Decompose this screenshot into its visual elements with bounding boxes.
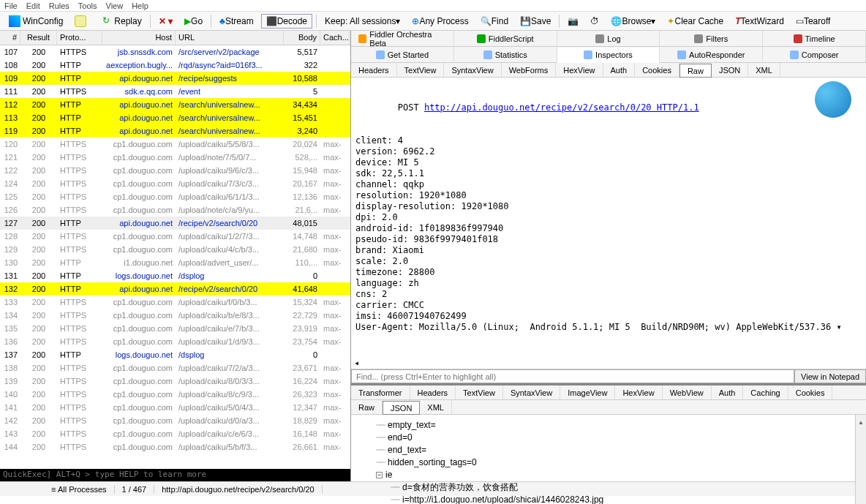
json-node[interactable]: ┈┈i=http://i1.douguo.net/upload/shicai/1… [354, 494, 863, 504]
winconfig-button[interactable]: WinConfig [4, 14, 67, 29]
session-row[interactable]: 142200HTTPScp1.douguo.com/upload/caiku/d… [0, 414, 350, 427]
session-row[interactable]: 133200HTTPScp1.douguo.com/upload/caiku/f… [0, 296, 350, 309]
textwizard-button[interactable]: T TextWizard [731, 15, 788, 28]
session-row[interactable]: 113200HTTPapi.douguo.net/search/universa… [0, 111, 350, 124]
tab-statistics[interactable]: Statistics [454, 47, 557, 62]
session-row[interactable]: 140200HTTPScp1.douguo.com/upload/caiku/8… [0, 388, 350, 401]
session-row[interactable]: 132200HTTPapi.douguo.net/recipe/v2/searc… [0, 282, 350, 296]
replay-button[interactable]: ↻Replay [96, 14, 146, 29]
menu-edit[interactable]: Edit [26, 1, 40, 10]
session-row[interactable]: 125200HTTPScp1.douguo.com/upload/caiku/6… [0, 190, 350, 203]
menu-file[interactable]: File [4, 1, 18, 10]
req-tab-xml[interactable]: XML [748, 63, 780, 77]
menu-help[interactable]: Help [132, 1, 148, 10]
session-row[interactable]: 131200HTTPlogs.douguo.net/dsplog0 [0, 269, 350, 282]
view-notepad-button[interactable]: View in Notepad [794, 369, 866, 383]
resp-tab-transformer[interactable]: Transformer [351, 385, 410, 399]
tearoff-button[interactable]: ▭ Tearoff [791, 15, 835, 28]
req-tab-syntaxview[interactable]: SyntaxView [444, 63, 501, 77]
session-row[interactable]: 139200HTTPScp1.douguo.com/upload/caiku/8… [0, 375, 350, 388]
req-tab-raw[interactable]: Raw [679, 64, 712, 78]
timer-button[interactable]: ⏱ [586, 15, 603, 28]
tab-autoresponder[interactable]: AutoResponder [660, 47, 763, 62]
session-row[interactable]: 119200HTTPapi.douguo.net/search/universa… [0, 124, 350, 138]
remove-button[interactable]: ✕ ▾ [154, 15, 177, 28]
tab-log[interactable]: Log [557, 31, 660, 46]
req-tab-textview[interactable]: TextView [397, 63, 445, 77]
session-row[interactable]: 130200HTTPi1.douguo.net/upload/advert_us… [0, 256, 350, 269]
menu-view[interactable]: View [106, 1, 124, 10]
resp-subtab-json[interactable]: JSON [383, 401, 420, 415]
resp-tab-webview[interactable]: WebView [663, 385, 712, 399]
tab-fiddler-orchestra-beta[interactable]: Fiddler Orchestra Beta [351, 31, 454, 46]
session-row[interactable]: 138200HTTPScp1.douguo.com/upload/caiku/7… [0, 361, 350, 375]
session-row[interactable]: 124200HTTPScp1.douguo.com/upload/caiku/7… [0, 177, 350, 190]
req-tab-cookies[interactable]: Cookies [635, 63, 679, 77]
find-button[interactable]: 🔍 Find [476, 15, 513, 28]
keep-dropdown[interactable]: Keep: All sessions ▾ [320, 15, 404, 28]
json-tree-view[interactable]: ┈┈empty_text=┈┈end=0┈┈end_text=┈┈hidden_… [351, 415, 866, 504]
session-row[interactable]: 122200HTTPScp1.douguo.com/upload/caiku/9… [0, 164, 350, 177]
session-row[interactable]: 136200HTTPScp1.douguo.com/upload/caiku/1… [0, 335, 350, 348]
session-row[interactable]: 126200HTTPScp1.douguo.com/upload/note/c/… [0, 203, 350, 217]
tab-composer[interactable]: Composer [763, 47, 866, 62]
session-row[interactable]: 141200HTTPScp1.douguo.com/upload/caiku/5… [0, 401, 350, 414]
resp-tab-syntaxview[interactable]: SyntaxView [503, 385, 560, 399]
req-tab-headers[interactable]: Headers [351, 63, 397, 77]
tab-get-started[interactable]: Get Started [351, 47, 454, 62]
resp-tab-hexview[interactable]: HexView [615, 385, 662, 399]
json-node[interactable]: ┈┈hidden_sorting_tags=0 [354, 456, 863, 469]
json-node[interactable]: ┈┈d=食材的营养功效，饮食搭配 [354, 481, 863, 494]
session-grid[interactable]: 107200HTTPSjsb.snssdk.com/src/server/v2/… [0, 45, 350, 469]
tab-timeline[interactable]: Timeline [763, 31, 866, 46]
json-node[interactable]: ┈┈empty_text= [354, 419, 863, 432]
resp-tab-imageview[interactable]: ImageView [560, 385, 615, 399]
menu-rules[interactable]: Rules [49, 1, 69, 10]
json-node[interactable]: ┈┈end_text= [354, 444, 863, 456]
quickexec-bar[interactable]: QuickExec] ALT+Q > type HELP to learn mo… [0, 469, 350, 481]
json-node[interactable]: −ie [354, 469, 863, 481]
session-row[interactable]: 120200HTTPScp1.douguo.com/upload/caiku/5… [0, 138, 350, 151]
tab-inspectors[interactable]: Inspectors [557, 48, 660, 63]
resp-tab-textview[interactable]: TextView [456, 385, 503, 399]
decode-button[interactable]: ⬛ Decode [261, 14, 312, 29]
request-raw-view[interactable]: POST http://api.douguo.net/recipe/v2/sea… [351, 78, 866, 369]
browse-button[interactable]: 🌐 Browse ▾ [606, 15, 660, 28]
session-row[interactable]: 144200HTTPScp1.douguo.com/upload/caiku/5… [0, 440, 350, 454]
comment-button[interactable] [70, 14, 93, 29]
session-row[interactable]: 129200HTTPScp1.douguo.com/upload/caiku/4… [0, 243, 350, 256]
clearcache-button[interactable]: ✦ Clear Cache [663, 15, 728, 28]
req-tab-auth[interactable]: Auth [603, 63, 636, 77]
json-node[interactable]: ┈┈end=0 [354, 432, 863, 444]
stream-button[interactable]: ♣ Stream [215, 15, 258, 28]
go-button[interactable]: ▶ Go [180, 15, 207, 28]
session-row[interactable]: 128200HTTPScp1.douguo.com/upload/caiku/1… [0, 230, 350, 243]
scrollbar-vertical[interactable] [855, 415, 866, 504]
req-tab-hexview[interactable]: HexView [556, 63, 603, 77]
raw-url-link[interactable]: http://api.douguo.net/recipe/v2/search/0… [424, 102, 699, 113]
resp-subtab-raw[interactable]: Raw [351, 400, 383, 414]
save-button[interactable]: 💾 Save [516, 15, 555, 28]
tab-filters[interactable]: Filters [660, 31, 763, 46]
session-row[interactable]: 135200HTTPScp1.douguo.com/upload/caiku/e… [0, 322, 350, 335]
session-row[interactable]: 134200HTTPScp1.douguo.com/upload/caiku/b… [0, 309, 350, 322]
session-row[interactable]: 127200HTTPapi.douguo.net/recipe/v2/searc… [0, 217, 350, 230]
req-tab-webforms[interactable]: WebForms [502, 63, 557, 77]
screenshot-button[interactable]: 📷 [563, 15, 583, 28]
resp-tab-cookies[interactable]: Cookies [788, 385, 833, 399]
tab-fiddlerscript[interactable]: FiddlerScript [454, 31, 557, 46]
session-row[interactable]: 121200HTTPScp1.douguo.com/upload/note/7/… [0, 151, 350, 164]
session-row[interactable]: 137200HTTPlogs.douguo.net/dsplog0 [0, 348, 350, 361]
resp-tab-auth[interactable]: Auth [712, 385, 744, 399]
session-row[interactable]: 107200HTTPSjsb.snssdk.com/src/server/v2/… [0, 45, 350, 59]
menu-tools[interactable]: Tools [78, 1, 97, 10]
session-row[interactable]: 143200HTTPScp1.douguo.com/upload/caiku/c… [0, 427, 350, 440]
anyprocess-button[interactable]: ⊕ Any Process [407, 15, 472, 28]
resp-tab-caching[interactable]: Caching [743, 385, 788, 399]
resp-tab-headers[interactable]: Headers [410, 385, 456, 399]
session-row[interactable]: 112200HTTPapi.douguo.net/search/universa… [0, 98, 350, 111]
session-row[interactable]: 111200HTTPSsdk.e.qq.com/event5 [0, 85, 350, 98]
find-input[interactable] [351, 369, 794, 383]
resp-subtab-xml[interactable]: XML [420, 400, 452, 414]
session-row[interactable]: 109200HTTPapi.douguo.net/recipe/suggests… [0, 72, 350, 85]
